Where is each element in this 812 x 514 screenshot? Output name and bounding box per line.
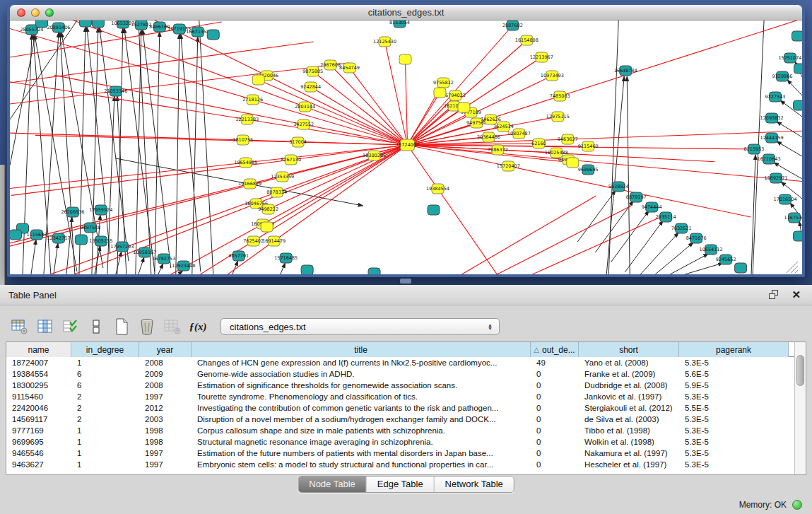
graph-node[interactable] [792, 31, 802, 41]
graph-node[interactable] [35, 21, 47, 28]
table-cell: 6 [71, 370, 139, 378]
table-cell: 0 [531, 438, 579, 446]
graph-node[interactable] [75, 235, 87, 245]
show-columns-button[interactable] [34, 316, 57, 337]
column-header-name[interactable]: name [6, 342, 71, 357]
graph-node[interactable] [794, 64, 802, 74]
function-builder-button[interactable]: ƒ(x) [187, 316, 209, 337]
table-cell: Dudbridge et al. (2008) [579, 381, 679, 390]
selected-edge [497, 206, 631, 274]
selected-edge [407, 145, 437, 189]
table-chooser-dropdown[interactable]: citations_edges.txt ▲▼ [220, 318, 500, 335]
table-settings-button[interactable] [8, 316, 31, 337]
vertical-scrollbar[interactable] [794, 342, 806, 474]
selected-edge [259, 80, 408, 145]
minimize-window-icon[interactable] [31, 8, 40, 17]
table-row[interactable]: 969969511998Structural magnetic resonanc… [6, 436, 794, 448]
selected-edge [283, 145, 408, 177]
close-window-icon[interactable] [17, 8, 25, 17]
graph-edge [66, 217, 72, 274]
node-label: 9875885 [302, 69, 323, 74]
table-cell: 18724007 [6, 358, 71, 367]
graph-edge [54, 243, 58, 274]
delete-rows-button[interactable] [136, 316, 158, 337]
table-row[interactable]: 946362711997Embryonic stem cells: a mode… [6, 459, 794, 470]
node-label: 26206536 [61, 209, 84, 215]
node-label: 2887682 [502, 23, 523, 28]
table-row[interactable]: 946554611997Estimation of the future num… [6, 448, 794, 459]
node-label: 10654112 [700, 247, 723, 252]
table-row[interactable]: 911546021997Tourette syndrome. Phenomeno… [6, 391, 794, 402]
create-table-button[interactable] [110, 316, 133, 337]
table-row[interactable]: 1456911722003Disruption of a novel membe… [6, 414, 794, 425]
graph-node[interactable] [428, 205, 440, 215]
table-row[interactable]: 2242004622012Investigating the contribut… [6, 402, 794, 414]
graph-node[interactable] [301, 265, 313, 274]
tab-edge-table[interactable]: Edge Table [367, 477, 435, 492]
graph-node[interactable] [79, 21, 91, 27]
table-row[interactable]: 1830029562008Estimation of significance … [6, 380, 794, 391]
select-rows-button[interactable] [59, 316, 82, 337]
graph-node[interactable] [207, 30, 219, 40]
network-canvas[interactable]: 2805572420891406106532871527802846616010… [10, 21, 802, 274]
split-pane-handle[interactable] [400, 279, 411, 284]
zoom-window-icon[interactable] [45, 8, 54, 17]
table-row[interactable]: 1938455462009Genome-wide association stu… [6, 368, 794, 380]
tab-node-table[interactable]: Node Table [298, 477, 367, 492]
table-cell: Changes of HCN gene expression and I(f) … [192, 358, 531, 367]
graph-node-selected[interactable] [434, 88, 446, 98]
graph-node-selected[interactable] [399, 54, 411, 64]
table-cell: 1 [71, 460, 139, 469]
table-row[interactable]: 1872400712008Changes of HCN gene express… [6, 357, 794, 368]
table-cell: 5.6E-5 [679, 370, 789, 378]
graph-node-selected[interactable] [252, 75, 264, 85]
graph-node[interactable] [92, 21, 104, 28]
table-cell: Estimation of the future numbers of pati… [192, 449, 531, 457]
graph-node[interactable] [368, 268, 380, 274]
delete-table-button[interactable] [161, 316, 184, 337]
selected-edge [10, 128, 243, 140]
table-cell: 5.3E-5 [679, 358, 789, 367]
table-cell: 1997 [139, 392, 192, 401]
node-label: 15751074 [779, 55, 802, 61]
node-label: 3427552 [293, 122, 314, 127]
float-panel-icon[interactable] [769, 290, 780, 300]
node-label: 12213967 [530, 54, 553, 60]
column-header-year[interactable]: year [139, 342, 192, 357]
memory-status-label: Memory: OK [739, 500, 787, 510]
node-label: 21053346 [104, 88, 127, 94]
node-label: 12213383 [235, 117, 259, 122]
graph-node[interactable] [10, 230, 21, 240]
table-row[interactable]: 977716911998Corpus callosum shape and si… [6, 425, 794, 436]
graph-node[interactable] [794, 231, 802, 241]
graph-node-selected[interactable] [261, 222, 273, 232]
column-header-in_degree[interactable]: in_degree [71, 342, 139, 357]
table-cell: Hescheler et al. (1997) [579, 460, 679, 469]
table-cell: 0 [531, 404, 579, 412]
row-height-button[interactable] [85, 316, 107, 337]
graph-node[interactable] [794, 100, 802, 110]
resize-grip-icon[interactable] [791, 266, 798, 273]
graph-node-selected[interactable] [567, 158, 579, 168]
network-view-window: citations_edges.txt 28055724208914061065… [7, 3, 805, 277]
close-panel-icon[interactable]: ✕ [792, 290, 801, 300]
citation-graph[interactable]: 2805572420891406106532871527802846616010… [10, 21, 802, 274]
node-label: 12975115 [546, 114, 570, 119]
graph-node-selected[interactable] [458, 103, 470, 112]
column-header-title[interactable]: title [192, 342, 531, 357]
window-titlebar[interactable]: citations_edges.txt [10, 5, 802, 21]
scrollbar-thumb[interactable] [796, 355, 804, 386]
table-tabs: Node TableEdge TableNetwork Table [298, 476, 514, 493]
table-cell: Tourette syndrome. Phenomenology and cla… [192, 392, 531, 401]
table-cell: Corpus callosum shape and size in male p… [192, 426, 531, 435]
function-builder-icon: ƒ(x) [189, 321, 207, 333]
graph-node[interactable] [735, 263, 747, 273]
tab-network-table[interactable]: Network Table [435, 477, 514, 492]
column-header-short[interactable]: short [579, 342, 679, 357]
column-header-out_de[interactable]: △out_de... [531, 342, 579, 357]
column-header-pagerank[interactable]: pagerank [679, 342, 789, 357]
node-label: 9897588 [80, 225, 100, 230]
node-label: 62160 [531, 141, 546, 146]
traffic-lights [17, 8, 54, 17]
resize-grip-icon[interactable] [795, 270, 798, 273]
